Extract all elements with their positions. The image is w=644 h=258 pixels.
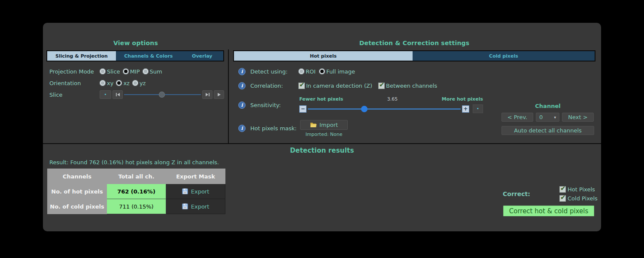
radio-icon [298,68,304,74]
dot-icon: • [104,92,107,97]
radio-xz[interactable]: xz [116,80,130,86]
radio-sum[interactable]: Sum [143,68,162,75]
chevron-down-icon: ▾ [554,115,556,120]
checkmark-icon: ✔ [560,184,566,192]
info-icon[interactable]: i [238,125,246,132]
minus-icon: − [301,106,305,111]
dot-icon: • [477,107,479,111]
folder-icon [310,122,317,128]
table-row: No. of cold pixels 711 (0.15%) Export [48,199,225,214]
results-table: Channels Total all ch. Export Mask No. o… [47,169,225,214]
sensitivity-slider-handle[interactable] [361,106,368,112]
radio-selected-icon [319,68,325,74]
checkmark-icon: ✔ [560,194,566,201]
cold-pixels-count: 711 (0.15%) [107,199,166,214]
next-channel-button[interactable]: Next > [562,113,594,122]
detection-results-title: Detection results [43,147,601,154]
vertical-divider [228,49,229,144]
radio-icon [100,68,106,74]
import-label: Import [319,122,338,128]
view-options-title: View options [43,40,228,46]
tab-slicing-projection[interactable]: Slicing & Projection [47,51,116,61]
radio-selected-icon [123,68,129,74]
checkbox-icon: ✔ [559,186,566,193]
info-glyph: i [241,69,243,74]
radio-label: MIP [130,68,140,75]
sensitivity-slider-track-area[interactable] [308,105,461,113]
sensitivity-scale-labels: Fewer hot pixels 3.65 More hot pixels [299,96,483,102]
detect-using-row: i Detect using: ROI Full image [238,68,355,75]
result-summary: Result: Found 762 (0.16%) hot pixels alo… [49,159,219,166]
checkbox-label: In camera detection (Z) [306,83,372,89]
slice-value-button[interactable]: • [100,90,111,99]
detect-using-label: Detect using: [250,68,298,75]
auto-detect-button[interactable]: Auto detect all channels [501,126,594,135]
radio-slice[interactable]: Slice [100,68,120,75]
tab-hot-pixels[interactable]: Hot pixels [234,51,413,61]
correct-checkboxes: ✔ Hot Pixels ✔ Cold Pixels [559,186,598,202]
channel-select-value: 0 [539,114,543,120]
play-button[interactable] [214,90,224,99]
radio-label: Sum [150,68,162,75]
info-icon[interactable]: i [238,68,246,75]
skip-forward-button[interactable] [202,90,213,99]
hot-pixels-count: 762 (0.16%) [107,184,166,199]
radio-selected-icon [116,80,122,86]
cold-pixels-checkbox[interactable]: ✔ Cold Pixels [559,195,598,202]
save-icon [182,188,188,194]
sensitivity-minus-button[interactable]: − [299,105,307,113]
radio-label: xy [107,80,113,86]
info-icon[interactable]: i [238,82,246,89]
radio-label: Slice [107,68,120,75]
save-icon [182,203,188,209]
info-icon[interactable]: i [238,101,246,109]
info-glyph: i [241,126,243,131]
correct-label: Correct: [503,190,530,197]
radio-icon [132,80,138,86]
sensitivity-value: 3.65 [387,96,398,102]
hot-pixels-checkbox[interactable]: ✔ Hot Pixels [559,186,598,193]
info-glyph: i [241,83,243,89]
tab-cold-pixels[interactable]: Cold pixels [413,51,595,61]
export-hot-mask-button[interactable]: Export [166,184,225,199]
slice-slider-handle[interactable] [159,92,165,98]
correlation-options: ✔ In camera detection (Z) ✔ Between chan… [298,83,437,89]
checkbox-icon: ✔ [559,195,566,202]
radio-icon [100,80,106,86]
horizontal-divider [43,143,601,144]
checkbox-between-channels[interactable]: ✔ Between channels [378,83,437,89]
radio-label: yz [140,80,146,86]
tab-channels-colors[interactable]: Channels & Colors [116,51,181,61]
sensitivity-plus-button[interactable]: + [462,105,469,113]
header-channels: Channels [48,169,107,184]
sensitivity-value-button[interactable]: • [473,104,483,113]
import-mask-button[interactable]: Import [300,120,348,130]
radio-roi[interactable]: ROI [298,68,316,75]
prev-channel-button[interactable]: < Prev. [501,113,533,122]
radio-yz[interactable]: yz [132,80,146,86]
sensitivity-max-label: More hot pixels [442,96,483,102]
export-label: Export [191,188,210,195]
checkbox-camera-detection[interactable]: ✔ In camera detection (Z) [298,83,372,89]
table-row: No. of hot pixels 762 (0.16%) Export [48,184,225,199]
checkmark-icon: ✔ [299,81,305,89]
skip-back-button[interactable] [112,90,123,99]
hot-pixels-mask-label: Hot pixels mask: [250,125,298,132]
export-cold-mask-button[interactable]: Export [166,199,225,214]
radio-full-image[interactable]: Full image [319,68,355,75]
radio-xy[interactable]: xy [100,80,113,86]
radio-mip[interactable]: MIP [123,68,140,75]
detection-settings-title: Detection & Correction settings [233,40,595,46]
tab-overlay[interactable]: Overlay [181,51,223,61]
radio-label: Full image [326,68,355,75]
sensitivity-row: i Sensitivity: [238,101,298,109]
checkbox-label: Cold Pixels [568,195,598,202]
channel-select[interactable]: 0 ▾ [536,113,559,122]
checkmark-icon: ✔ [379,81,385,89]
sensitivity-slider-track [308,108,461,110]
correct-hot-cold-button[interactable]: Correct hot & cold pixels [503,206,594,216]
slice-slider[interactable] [124,90,201,99]
orientation-options: xy xz yz [100,80,146,86]
radio-label: ROI [306,68,316,75]
detection-tabbar: Hot pixels Cold pixels [233,50,595,61]
